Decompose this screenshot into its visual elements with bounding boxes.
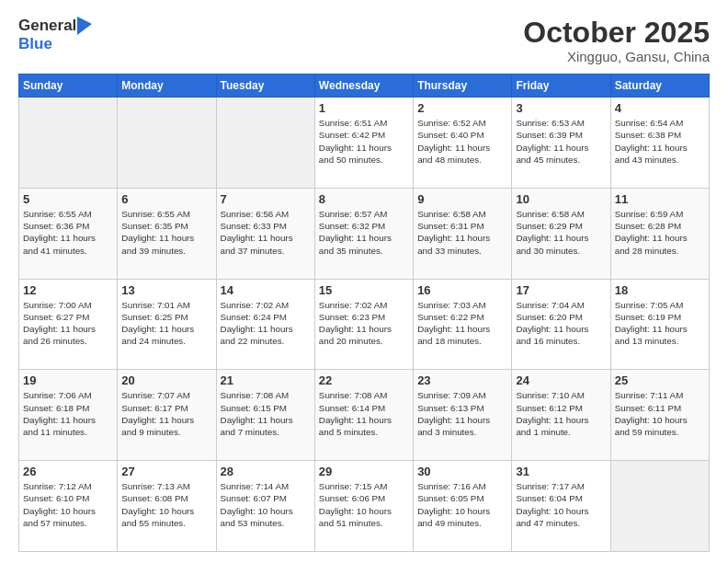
day-info: Sunrise: 6:54 AM Sunset: 6:38 PM Dayligh… (615, 117, 705, 166)
calendar-subtitle: Xingguo, Gansu, China (523, 49, 710, 64)
day-cell: 26Sunrise: 7:12 AM Sunset: 6:10 PM Dayli… (19, 461, 118, 552)
day-number: 21 (221, 373, 311, 387)
day-cell (118, 98, 216, 189)
day-info: Sunrise: 6:52 AM Sunset: 6:40 PM Dayligh… (417, 117, 507, 166)
day-cell: 24Sunrise: 7:10 AM Sunset: 6:12 PM Dayli… (512, 370, 610, 461)
day-cell: 6Sunrise: 6:55 AM Sunset: 6:35 PM Daylig… (118, 188, 216, 279)
day-number: 23 (417, 373, 507, 387)
day-number: 26 (23, 465, 113, 478)
day-info: Sunrise: 7:06 AM Sunset: 6:18 PM Dayligh… (23, 389, 113, 438)
day-number: 30 (417, 465, 507, 478)
day-info: Sunrise: 7:11 AM Sunset: 6:11 PM Dayligh… (615, 389, 705, 438)
day-number: 4 (615, 101, 705, 115)
day-cell: 11Sunrise: 6:59 AM Sunset: 6:28 PM Dayli… (610, 188, 709, 279)
day-number: 10 (516, 192, 606, 206)
day-info: Sunrise: 7:12 AM Sunset: 6:10 PM Dayligh… (23, 480, 113, 529)
day-cell: 31Sunrise: 7:17 AM Sunset: 6:04 PM Dayli… (512, 461, 610, 552)
day-cell: 15Sunrise: 7:02 AM Sunset: 6:23 PM Dayli… (314, 279, 413, 370)
day-number: 3 (516, 101, 606, 115)
logo: General Blue (18, 17, 92, 53)
day-cell: 27Sunrise: 7:13 AM Sunset: 6:08 PM Dayli… (118, 461, 216, 552)
logo-icon (77, 17, 92, 35)
day-cell: 18Sunrise: 7:05 AM Sunset: 6:19 PM Dayli… (610, 279, 709, 370)
day-info: Sunrise: 7:16 AM Sunset: 6:05 PM Dayligh… (417, 480, 507, 529)
day-cell: 8Sunrise: 6:57 AM Sunset: 6:32 PM Daylig… (314, 188, 413, 279)
day-cell: 9Sunrise: 6:58 AM Sunset: 6:31 PM Daylig… (414, 188, 512, 279)
day-number: 19 (23, 373, 113, 387)
day-info: Sunrise: 6:58 AM Sunset: 6:29 PM Dayligh… (516, 208, 606, 257)
day-number: 5 (23, 192, 113, 206)
day-info: Sunrise: 7:04 AM Sunset: 6:20 PM Dayligh… (516, 299, 606, 348)
day-info: Sunrise: 7:08 AM Sunset: 6:15 PM Dayligh… (221, 389, 311, 438)
day-number: 12 (23, 283, 113, 297)
day-number: 28 (221, 465, 311, 478)
day-number: 18 (615, 283, 705, 297)
day-info: Sunrise: 7:05 AM Sunset: 6:19 PM Dayligh… (615, 299, 705, 348)
calendar-title: October 2025 (523, 17, 710, 49)
day-number: 24 (516, 373, 606, 387)
week-row-1: 5Sunrise: 6:55 AM Sunset: 6:36 PM Daylig… (19, 188, 710, 279)
day-number: 25 (615, 373, 705, 387)
day-cell: 10Sunrise: 6:58 AM Sunset: 6:29 PM Dayli… (512, 188, 610, 279)
day-cell: 25Sunrise: 7:11 AM Sunset: 6:11 PM Dayli… (610, 370, 709, 461)
col-header-sunday: Sunday (19, 75, 118, 98)
day-number: 8 (319, 192, 409, 206)
day-info: Sunrise: 7:17 AM Sunset: 6:04 PM Dayligh… (516, 480, 606, 529)
day-info: Sunrise: 7:15 AM Sunset: 6:06 PM Dayligh… (319, 480, 409, 529)
col-header-saturday: Saturday (610, 75, 709, 98)
logo-general: General (18, 17, 76, 35)
day-number: 31 (516, 465, 606, 478)
day-cell: 13Sunrise: 7:01 AM Sunset: 6:25 PM Dayli… (118, 279, 216, 370)
day-info: Sunrise: 6:59 AM Sunset: 6:28 PM Dayligh… (615, 208, 705, 257)
day-cell: 14Sunrise: 7:02 AM Sunset: 6:24 PM Dayli… (216, 279, 314, 370)
day-info: Sunrise: 6:55 AM Sunset: 6:35 PM Dayligh… (121, 208, 211, 257)
day-cell: 4Sunrise: 6:54 AM Sunset: 6:38 PM Daylig… (610, 98, 709, 189)
col-header-tuesday: Tuesday (216, 75, 314, 98)
week-row-4: 26Sunrise: 7:12 AM Sunset: 6:10 PM Dayli… (19, 461, 710, 552)
day-info: Sunrise: 6:53 AM Sunset: 6:39 PM Dayligh… (516, 117, 606, 166)
day-cell: 12Sunrise: 7:00 AM Sunset: 6:27 PM Dayli… (19, 279, 118, 370)
day-cell: 30Sunrise: 7:16 AM Sunset: 6:05 PM Dayli… (414, 461, 512, 552)
col-header-monday: Monday (118, 75, 216, 98)
page: General Blue October 2025 Xingguo, Gansu… (0, 0, 728, 563)
day-number: 9 (417, 192, 507, 206)
col-header-thursday: Thursday (414, 75, 512, 98)
day-info: Sunrise: 6:56 AM Sunset: 6:33 PM Dayligh… (221, 208, 311, 257)
day-cell: 21Sunrise: 7:08 AM Sunset: 6:15 PM Dayli… (216, 370, 314, 461)
day-cell: 5Sunrise: 6:55 AM Sunset: 6:36 PM Daylig… (19, 188, 118, 279)
day-info: Sunrise: 6:57 AM Sunset: 6:32 PM Dayligh… (319, 208, 409, 257)
day-number: 6 (121, 192, 211, 206)
day-cell (610, 461, 709, 552)
svg-marker-0 (77, 17, 92, 35)
week-row-2: 12Sunrise: 7:00 AM Sunset: 6:27 PM Dayli… (19, 279, 710, 370)
day-info: Sunrise: 6:58 AM Sunset: 6:31 PM Dayligh… (417, 208, 507, 257)
day-cell: 22Sunrise: 7:08 AM Sunset: 6:14 PM Dayli… (314, 370, 413, 461)
day-cell (19, 98, 118, 189)
week-row-3: 19Sunrise: 7:06 AM Sunset: 6:18 PM Dayli… (19, 370, 710, 461)
day-info: Sunrise: 7:00 AM Sunset: 6:27 PM Dayligh… (23, 299, 113, 348)
calendar-table: SundayMondayTuesdayWednesdayThursdayFrid… (18, 74, 710, 552)
col-header-friday: Friday (512, 75, 610, 98)
day-info: Sunrise: 7:13 AM Sunset: 6:08 PM Dayligh… (121, 480, 211, 529)
day-cell: 28Sunrise: 7:14 AM Sunset: 6:07 PM Dayli… (216, 461, 314, 552)
day-cell: 19Sunrise: 7:06 AM Sunset: 6:18 PM Dayli… (19, 370, 118, 461)
title-block: October 2025 Xingguo, Gansu, China (523, 17, 710, 64)
day-number: 15 (319, 283, 409, 297)
day-number: 1 (319, 101, 409, 115)
header: General Blue October 2025 Xingguo, Gansu… (18, 17, 710, 64)
day-number: 20 (121, 373, 211, 387)
header-row: SundayMondayTuesdayWednesdayThursdayFrid… (19, 75, 710, 98)
day-cell: 3Sunrise: 6:53 AM Sunset: 6:39 PM Daylig… (512, 98, 610, 189)
day-info: Sunrise: 7:07 AM Sunset: 6:17 PM Dayligh… (121, 389, 211, 438)
day-cell: 29Sunrise: 7:15 AM Sunset: 6:06 PM Dayli… (314, 461, 413, 552)
day-cell: 20Sunrise: 7:07 AM Sunset: 6:17 PM Dayli… (118, 370, 216, 461)
day-number: 29 (319, 465, 409, 478)
week-row-0: 1Sunrise: 6:51 AM Sunset: 6:42 PM Daylig… (19, 98, 710, 189)
day-info: Sunrise: 7:03 AM Sunset: 6:22 PM Dayligh… (417, 299, 507, 348)
col-header-wednesday: Wednesday (314, 75, 413, 98)
day-number: 27 (121, 465, 211, 478)
day-cell: 17Sunrise: 7:04 AM Sunset: 6:20 PM Dayli… (512, 279, 610, 370)
day-cell: 2Sunrise: 6:52 AM Sunset: 6:40 PM Daylig… (414, 98, 512, 189)
day-info: Sunrise: 7:02 AM Sunset: 6:23 PM Dayligh… (319, 299, 409, 348)
day-number: 22 (319, 373, 409, 387)
